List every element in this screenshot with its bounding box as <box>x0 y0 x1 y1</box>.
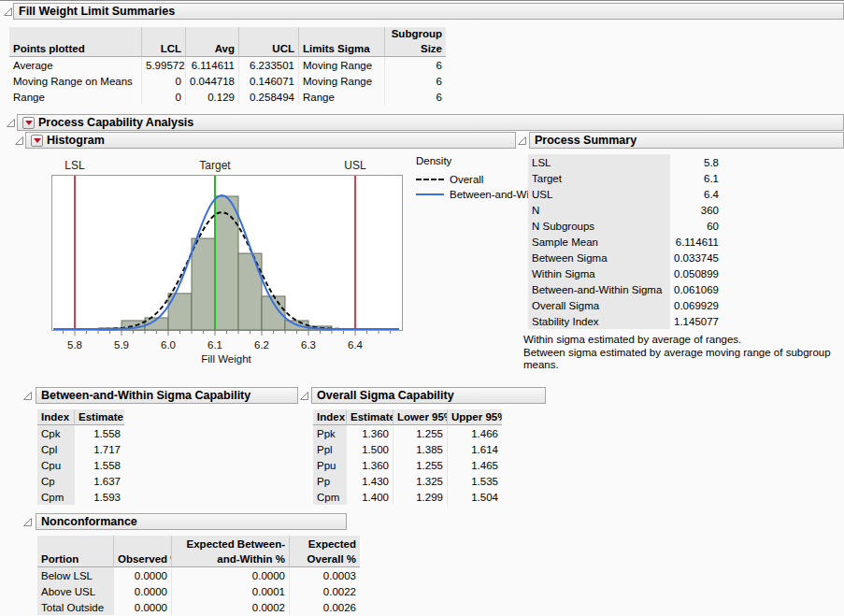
row-label: Cp <box>37 473 75 489</box>
column-header: Upper 95% <box>448 409 502 425</box>
column-header: Estimate <box>347 409 393 425</box>
table-cell: 0 <box>142 89 186 105</box>
axis-tick-label: 5.9 <box>114 339 129 351</box>
row-label: N Subgroups <box>528 218 670 234</box>
nonconformance-table: Portion Observed % Expected Between-and-… <box>37 536 360 615</box>
table-cell: 1.637 <box>75 473 124 489</box>
axis-tick-label: 6.2 <box>254 339 269 351</box>
axis-tick-label: 5.8 <box>67 339 82 351</box>
legend-title: Density <box>416 155 451 166</box>
section-header-limit-summaries: Fill Weight Limit Summaries <box>13 3 844 20</box>
disclosure-triangle-histogram[interactable] <box>14 136 24 146</box>
row-label: Overall Sigma <box>528 297 670 313</box>
table-cell: 1.255 <box>393 425 448 441</box>
table-cell: 1.717 <box>75 441 124 457</box>
table-cell: 60 <box>670 218 722 234</box>
table-cell: 360 <box>670 202 722 218</box>
row-label: Between Sigma <box>528 250 670 265</box>
section-title: Overall Sigma Capability <box>317 389 454 402</box>
section-title: Fill Weight Limit Summaries <box>19 5 175 18</box>
disclosure-triangle-bw-capability[interactable] <box>22 391 33 401</box>
row-label: Ppu <box>313 457 347 473</box>
axis-tick-label: 6.0 <box>161 339 176 351</box>
table-cell: 1.593 <box>75 489 124 505</box>
table-cell: 6 <box>385 73 446 89</box>
disclosure-triangle-pca[interactable] <box>6 118 16 128</box>
table-cell: 6 <box>385 57 446 73</box>
table-cell: 0.0000 <box>114 599 172 615</box>
row-label: N <box>528 202 670 218</box>
row-label: Pp <box>313 473 347 489</box>
table-cell: 1.535 <box>448 473 502 489</box>
table-cell: 6 <box>385 89 446 105</box>
table-cell: 5.995722 <box>142 57 186 73</box>
histogram-plot: LSLTargetUSL5.85.96.06.16.26.36.4Fill We… <box>36 149 419 368</box>
red-triangle-menu-button[interactable] <box>22 117 35 129</box>
red-triangle-icon <box>34 138 41 143</box>
table-cell: 0.129 <box>186 89 239 105</box>
table-cell: Range <box>299 89 385 105</box>
table-cell: 1.255 <box>393 457 448 473</box>
table-cell: 1.430 <box>347 473 393 489</box>
legend-item: Overall <box>416 174 483 185</box>
table-cell: 0.044718 <box>186 73 239 89</box>
table-cell: 0 <box>142 73 186 89</box>
row-label: LSL <box>528 154 670 170</box>
disclosure-triangle-limit-summaries[interactable] <box>3 7 13 17</box>
column-header: Index <box>37 409 75 425</box>
column-header: Lower 95% <box>393 409 448 425</box>
disclosure-triangle-process-summary[interactable] <box>517 136 527 146</box>
disclosure-triangle-overall-capability[interactable] <box>299 391 309 401</box>
table-cell: 1.504 <box>448 489 502 505</box>
table-cell: 0.069929 <box>670 297 722 313</box>
table-cell: 0.061069 <box>670 281 722 297</box>
ref-line-label: LSL <box>64 159 85 172</box>
row-label: Within Sigma <box>528 265 670 281</box>
bw-capability-table: Index Estimate Cpk 1.558 Cpl 1.717 Cpu 1… <box>37 409 124 505</box>
row-label: Cpu <box>37 457 75 473</box>
legend-label: Overall <box>450 174 483 185</box>
row-label: Total Outside <box>37 599 114 615</box>
column-header: Expected Between-and-Within % <box>172 536 290 567</box>
section-header-pca: Process Capability Analysis <box>17 114 844 131</box>
row-label: Cpm <box>313 489 347 505</box>
table-cell: 6.4 <box>670 186 722 202</box>
column-header: UCL <box>239 27 299 57</box>
section-title: Process Summary <box>535 134 637 147</box>
table-cell: 0.0001 <box>172 583 290 599</box>
table-cell: 6.114611 <box>670 234 722 250</box>
table-cell: Moving Range on Means <box>9 73 142 89</box>
red-triangle-menu-button[interactable] <box>31 135 43 147</box>
legend-item: Between-and-Within <box>416 189 547 200</box>
row-label: Above USL <box>37 583 114 599</box>
table-cell: 1.465 <box>448 457 502 473</box>
table-cell: 0.033745 <box>670 250 722 265</box>
table-cell: Average <box>9 57 142 73</box>
table-cell: 1.145077 <box>670 313 722 329</box>
row-label: Cpl <box>37 441 75 457</box>
row-label: Target <box>528 170 670 186</box>
table-cell: 0.258494 <box>239 89 299 105</box>
table-cell: 1.360 <box>347 425 393 441</box>
solid-line-key-icon <box>416 193 444 195</box>
section-title: Histogram <box>47 134 105 147</box>
table-cell: 0.0000 <box>114 567 172 583</box>
column-header: Estimate <box>75 409 124 425</box>
ref-line-label: USL <box>344 159 366 172</box>
table-cell: 1.325 <box>393 473 448 489</box>
disclosure-triangle-nonconformance[interactable] <box>22 517 33 527</box>
row-label: Cpm <box>37 489 75 505</box>
table-cell: 0.0000 <box>172 567 290 583</box>
section-title: Process Capability Analysis <box>38 116 193 129</box>
table-cell: Moving Range <box>299 73 385 89</box>
section-header-histogram: Histogram <box>25 132 516 149</box>
table-cell: 6.114611 <box>186 57 239 73</box>
overall-capability-table: Index Estimate Lower 95% Upper 95% Ppk 1… <box>313 409 502 505</box>
limit-summaries-table: Points plotted LCL Avg UCL Limits Sigma … <box>9 27 446 105</box>
table-cell: 5.8 <box>670 154 722 170</box>
axis-tick-label: 6.3 <box>301 339 316 351</box>
column-header: Points plotted <box>9 27 142 57</box>
table-cell: 1.299 <box>393 489 448 505</box>
table-cell: 1.466 <box>448 425 502 441</box>
row-label: Ppl <box>313 441 347 457</box>
